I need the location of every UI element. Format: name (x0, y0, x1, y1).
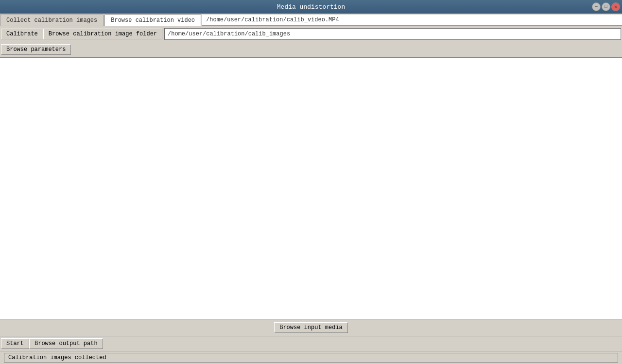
close-button[interactable]: ✕ (611, 2, 620, 11)
minimize-button[interactable]: — (592, 2, 601, 11)
browse-output-path-button[interactable]: Browse output path (29, 338, 103, 349)
main-content-area (0, 58, 622, 319)
status-bar: Calibration images collected (0, 351, 622, 364)
window-controls: — □ ✕ (592, 2, 620, 11)
start-button[interactable]: Start (1, 338, 29, 349)
calibrate-button[interactable]: Calibrate (1, 29, 43, 39)
browse-input-media-button[interactable]: Browse input media (274, 322, 348, 333)
calibrate-row: Calibrate Browse calibration image folde… (0, 26, 622, 42)
title-bar: Media undistortion — □ ✕ (0, 0, 622, 14)
status-message: Calibration images collected (4, 353, 618, 363)
maximize-button[interactable]: □ (602, 2, 610, 11)
tab-browse-calibration-video[interactable]: Browse calibration video (104, 15, 201, 26)
browse-calibration-image-folder-button[interactable]: Browse calibration image folder (43, 29, 162, 39)
input-media-bar: Browse input media (0, 319, 622, 336)
app-title: Media undistortion (277, 3, 345, 11)
browse-parameters-button[interactable]: Browse parameters (1, 44, 71, 55)
calibration-image-folder-path[interactable] (164, 28, 621, 40)
bottom-bar: Start Browse output path (0, 336, 622, 351)
params-row: Browse parameters (0, 42, 622, 58)
tab-bar: Collect calibration images Browse calibr… (0, 14, 622, 26)
calibration-video-path[interactable] (202, 15, 622, 26)
tab-collect-calibration-images[interactable]: Collect calibration images (0, 15, 104, 26)
